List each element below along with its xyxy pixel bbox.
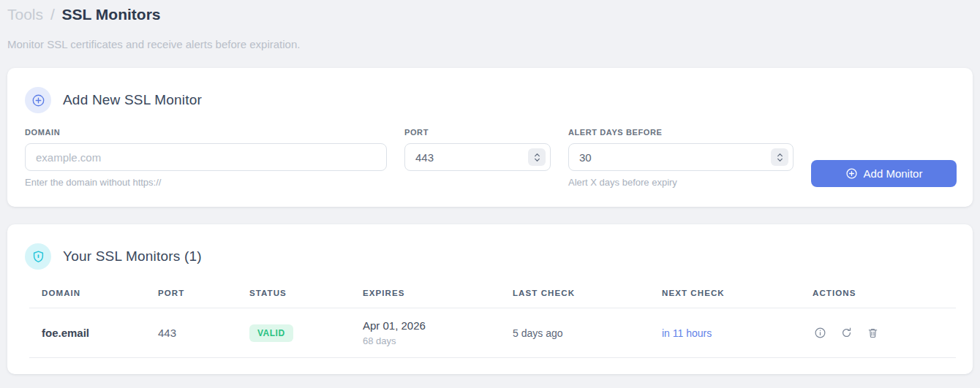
alert-days-stepper[interactable] [771,148,788,166]
alert-days-help-text: Alert X days before expiry [568,177,794,188]
add-monitor-button[interactable]: Add Monitor [811,160,957,187]
breadcrumb-tools-link[interactable]: Tools [7,6,43,23]
cell-expires: Apr 01, 2026 68 days [363,308,513,357]
add-monitor-card: Add New SSL Monitor DOMAIN Enter the dom… [7,68,973,207]
col-header-port: PORT [158,286,249,308]
cell-actions [813,314,956,351]
breadcrumb-separator: / [48,6,58,23]
col-header-actions: ACTIONS [813,286,956,308]
alert-days-field-group: ALERT DAYS BEFORE Alert X days before ex… [568,128,794,188]
plus-circle-icon [25,87,51,113]
alert-days-label: ALERT DAYS BEFORE [568,128,794,137]
port-field-group: PORT [404,128,551,171]
expires-days-remaining: 68 days [363,335,513,346]
col-header-last-check: LAST CHECK [513,286,662,308]
domain-input[interactable] [25,143,387,171]
port-label: PORT [404,128,551,137]
table-header-row: DOMAIN PORT STATUS EXPIRES LAST CHECK NE… [29,286,956,308]
monitors-list-card: Your SSL Monitors (1) DOMAIN PORT STATUS… [7,224,973,374]
delete-button[interactable] [865,325,881,341]
cell-domain: foe.email [29,316,158,350]
cell-port: 443 [158,316,249,350]
monitors-card-header: Your SSL Monitors (1) [7,224,973,284]
col-header-next-check: NEXT CHECK [662,286,813,308]
expires-date: Apr 01, 2026 [363,319,513,332]
monitors-title: Your SSL Monitors (1) [63,248,202,265]
plus-circle-icon [845,167,858,180]
add-monitor-button-label: Add Monitor [864,167,923,180]
page-title: SSL Monitors [62,6,161,23]
details-button[interactable] [813,325,828,341]
breadcrumb: Tools / SSL Monitors [7,4,973,25]
add-monitor-title: Add New SSL Monitor [63,92,202,108]
refresh-icon [840,327,853,339]
domain-label: DOMAIN [25,128,387,137]
shield-icon [25,243,51,270]
port-stepper[interactable] [528,148,546,166]
info-icon [814,327,826,339]
recheck-button[interactable] [839,325,854,341]
col-header-expires: EXPIRES [363,286,513,308]
col-header-domain: DOMAIN [29,286,158,308]
page-subtitle: Monitor SSL certificates and receive ale… [7,38,973,50]
alert-days-input[interactable] [568,143,794,171]
add-monitor-card-header: Add New SSL Monitor [7,68,973,128]
add-monitor-form: DOMAIN Enter the domain without https://… [7,128,973,207]
ssl-monitors-page: Tools / SSL Monitors Monitor SSL certifi… [0,0,980,374]
trash-icon [867,327,879,339]
status-badge: VALID [249,324,293,342]
cell-status: VALID [249,313,363,353]
cell-next-check: in 11 hours [662,316,813,350]
domain-help-text: Enter the domain without https:// [25,177,387,188]
domain-field-group: DOMAIN Enter the domain without https:// [25,128,387,188]
table-row: foe.email 443 VALID Apr 01, 2026 68 days… [29,308,956,358]
submit-column: Add Monitor [811,160,957,187]
cell-last-check: 5 days ago [513,316,662,350]
monitors-table: DOMAIN PORT STATUS EXPIRES LAST CHECK NE… [29,286,956,374]
col-header-status: STATUS [249,286,363,308]
